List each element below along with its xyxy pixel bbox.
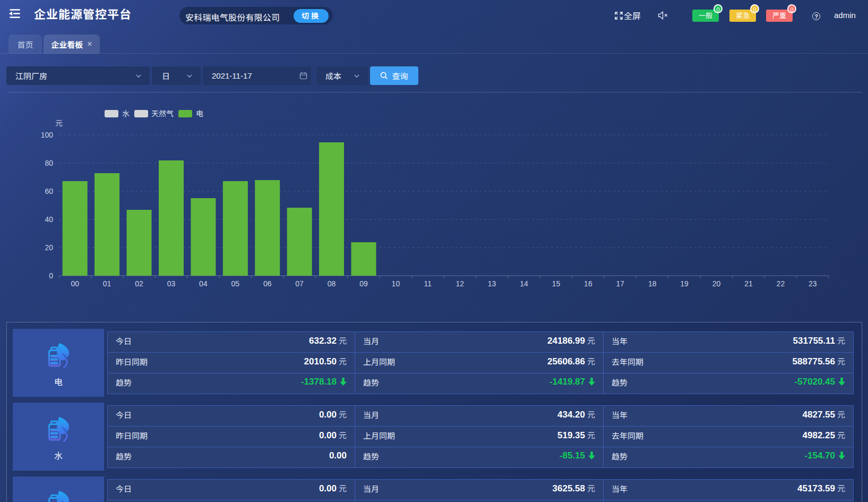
svg-text:天然气: 天然气 <box>151 109 174 118</box>
svg-text:13: 13 <box>488 279 496 288</box>
svg-text:04: 04 <box>199 279 208 288</box>
svg-text:08: 08 <box>328 279 336 288</box>
svg-text:06: 06 <box>263 279 272 288</box>
svg-text:16: 16 <box>584 279 592 288</box>
svg-text:18: 18 <box>648 279 657 288</box>
svg-text:80: 80 <box>45 159 53 167</box>
svg-text:电: 电 <box>196 109 203 118</box>
svg-text:03: 03 <box>167 279 176 288</box>
svg-text:07: 07 <box>295 279 304 288</box>
svg-text:00: 00 <box>71 279 79 288</box>
svg-text:19: 19 <box>680 279 689 288</box>
svg-text:元: 元 <box>55 119 63 127</box>
svg-text:02: 02 <box>135 279 143 288</box>
svg-text:14: 14 <box>520 279 528 288</box>
svg-text:21: 21 <box>744 279 753 288</box>
svg-text:23: 23 <box>809 279 817 288</box>
svg-text:100: 100 <box>41 131 54 139</box>
svg-text:15: 15 <box>552 279 561 288</box>
svg-text:60: 60 <box>45 187 53 195</box>
svg-text:22: 22 <box>777 279 785 288</box>
svg-text:17: 17 <box>616 279 625 288</box>
svg-text:12: 12 <box>456 279 464 288</box>
svg-text:20: 20 <box>712 279 721 288</box>
svg-text:40: 40 <box>45 215 53 224</box>
svg-text:09: 09 <box>359 279 368 288</box>
svg-text:01: 01 <box>103 279 111 288</box>
svg-text:20: 20 <box>45 243 53 252</box>
svg-text:0: 0 <box>49 271 53 280</box>
svg-text:11: 11 <box>424 279 432 288</box>
svg-text:水: 水 <box>122 109 130 118</box>
svg-text:10: 10 <box>392 279 400 288</box>
svg-text:05: 05 <box>231 279 240 288</box>
